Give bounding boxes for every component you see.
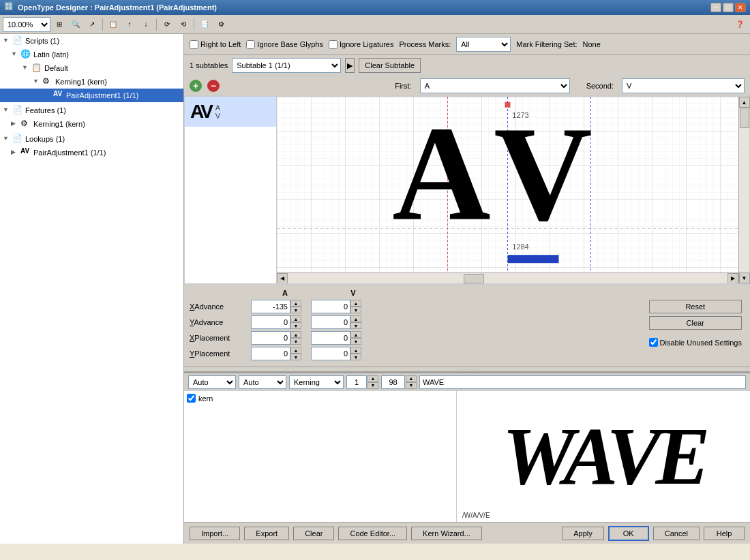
ignore-base-glyphs-option[interactable]: Ignore Base Glyphs <box>246 40 323 49</box>
xadvance-a-field[interactable] <box>251 300 290 313</box>
number-spin-up[interactable]: ▲ <box>368 375 378 382</box>
disable-unused-checkbox[interactable] <box>649 338 658 347</box>
number-input[interactable] <box>346 375 367 389</box>
kern-checkbox-item[interactable]: kern <box>187 394 453 403</box>
h-scroll-left[interactable]: ◀ <box>277 273 288 284</box>
yadvance-a-down[interactable]: ▼ <box>290 322 301 329</box>
xadvance-v-down[interactable]: ▼ <box>350 307 361 313</box>
disable-unused-option[interactable]: Disable Unused Settings <box>649 338 742 347</box>
v-scroll-thumb[interactable] <box>740 108 749 128</box>
pair-list-item[interactable]: AV A V <box>185 97 276 127</box>
ok-button[interactable]: OK <box>608 526 649 541</box>
toolbar-btn-1[interactable]: 📋 <box>106 17 121 32</box>
right-to-left-checkbox[interactable] <box>190 40 198 49</box>
yadvance-v-field[interactable] <box>311 315 350 329</box>
clear-values-button[interactable]: Clear <box>649 316 742 330</box>
zoom-fit-button[interactable]: ⊞ <box>52 17 67 32</box>
toolbar-btn-5[interactable]: ⟲ <box>176 17 191 32</box>
delete-pair-button[interactable]: − <box>207 80 220 92</box>
zoom-select[interactable]: 10.00% 25.00% 50.00% 100.00% <box>3 17 50 32</box>
cancel-button[interactable]: Cancel <box>653 527 700 540</box>
xplacement-a-down[interactable]: ▼ <box>290 338 301 345</box>
ignore-base-glyphs-checkbox[interactable] <box>246 40 255 49</box>
xplacement-a-field[interactable] <box>251 331 290 345</box>
yadvance-a-field[interactable] <box>251 315 290 329</box>
size-spin-up[interactable]: ▲ <box>406 375 417 382</box>
tree-scripts[interactable]: ▼ 📄 Scripts (1) <box>0 34 183 48</box>
yplacement-a-down[interactable]: ▼ <box>290 354 301 360</box>
kern-list: kern <box>184 391 457 522</box>
window-controls: ─ □ ✕ <box>710 3 746 12</box>
ignore-ligatures-option[interactable]: Ignore Ligatures <box>329 40 394 49</box>
process-marks-select[interactable]: All None <box>456 37 511 52</box>
toolbar-btn-6[interactable]: 📑 <box>197 17 212 32</box>
v-scroll-down[interactable]: ▼ <box>739 273 750 283</box>
minimize-button[interactable]: ─ <box>710 3 721 12</box>
xplacement-v-down[interactable]: ▼ <box>350 338 361 345</box>
canvas-container: AV A V <box>184 96 750 284</box>
xplacement-v-field[interactable] <box>311 331 350 345</box>
size-input[interactable] <box>381 375 405 389</box>
code-editor-button[interactable]: Code Editor... <box>338 527 407 540</box>
kerning-select[interactable]: Kerning <box>289 375 344 389</box>
toolbar-btn-3[interactable]: ↓ <box>138 17 153 32</box>
xadvance-a-up[interactable]: ▲ <box>290 300 301 307</box>
ignore-ligatures-checkbox[interactable] <box>329 40 338 49</box>
xadvance-v-up[interactable]: ▲ <box>350 300 361 307</box>
auto1-select[interactable]: Auto <box>188 375 236 389</box>
xplacement-v-up[interactable]: ▲ <box>350 331 361 338</box>
close-button[interactable]: ✕ <box>735 3 746 12</box>
first-glyph-select[interactable]: A <box>420 78 570 93</box>
maximize-button[interactable]: □ <box>723 3 734 12</box>
settings-button[interactable]: ⚙ <box>213 17 228 32</box>
tree-label-latin: Latin (latn) <box>33 50 69 59</box>
xadvance-v-field[interactable] <box>311 300 350 313</box>
tree-latin[interactable]: ▼ 🌐 Latin (latn) <box>0 48 183 61</box>
xadvance-a-down[interactable]: ▼ <box>290 307 301 313</box>
pointer-tool-button[interactable]: ↗ <box>85 17 100 32</box>
help-icon-button[interactable]: ❓ <box>732 17 747 32</box>
toolbar-btn-4[interactable]: ⟳ <box>160 17 175 32</box>
tree-pairadjustment1[interactable]: AV PairAdjustment1 (1/1) <box>0 89 183 102</box>
yplacement-v-down[interactable]: ▼ <box>350 354 361 360</box>
zoom-tool-button[interactable]: 🔍 <box>68 17 83 32</box>
tree-kerning1-scripts[interactable]: ▼ ⚙ Kerning1 (kern) <box>0 75 183 89</box>
h-scroll-right[interactable]: ▶ <box>728 273 738 284</box>
subtable-arrow-button[interactable]: ▶ <box>345 58 355 73</box>
clear-subtable-button[interactable]: Clear Subtable <box>359 58 421 73</box>
h-scroll-thumb[interactable] <box>464 274 484 283</box>
right-to-left-option[interactable]: Right to Left <box>190 40 241 49</box>
tree-features[interactable]: ▼ 📄 Features (1) <box>0 104 183 117</box>
xplacement-row: XPlacement ▲ ▼ <box>190 331 644 345</box>
add-pair-button[interactable]: + <box>190 80 202 92</box>
toolbar-btn-2[interactable]: ↑ <box>122 17 137 32</box>
number-spin-down[interactable]: ▼ <box>368 382 378 389</box>
clear-button[interactable]: Clear <box>293 527 334 540</box>
kern-wizard-button[interactable]: Kern Wizard... <box>411 527 482 540</box>
tree-default[interactable]: ▼ 📋 Default <box>0 61 183 75</box>
kern-checkbox[interactable] <box>187 394 196 403</box>
export-button[interactable]: Export <box>244 527 289 540</box>
tree-lookups[interactable]: ▼ 📄 Lookups (1) <box>0 132 183 146</box>
subtable-select[interactable]: Subtable 1 (1/1) <box>232 58 341 73</box>
yplacement-a-up[interactable]: ▲ <box>290 347 301 354</box>
second-glyph-select[interactable]: V <box>622 78 745 93</box>
yadvance-a-up[interactable]: ▲ <box>290 315 301 322</box>
size-spin-down[interactable]: ▼ <box>406 382 417 389</box>
yadvance-v-up[interactable]: ▲ <box>350 315 361 322</box>
auto2-select[interactable]: Auto <box>239 375 286 389</box>
xplacement-a-up[interactable]: ▲ <box>290 331 301 338</box>
import-button[interactable]: Import... <box>190 527 240 540</box>
tree-pairadjustment1-lookup[interactable]: ▶ AV PairAdjustment1 (1/1) <box>0 146 183 159</box>
apply-button[interactable]: Apply <box>562 527 604 540</box>
yplacement-a-field[interactable] <box>251 347 290 360</box>
resize-handle[interactable]: · · · · · <box>184 367 750 372</box>
yplacement-v-field[interactable] <box>311 347 350 360</box>
preview-text-input[interactable] <box>419 375 746 389</box>
yplacement-v-up[interactable]: ▲ <box>350 347 361 354</box>
help-button[interactable]: Help <box>704 527 745 540</box>
v-scroll-up[interactable]: ▲ <box>739 97 750 108</box>
reset-button[interactable]: Reset <box>649 300 742 313</box>
tree-kerning1-features[interactable]: ▶ ⚙ Kerning1 (kern) <box>0 117 183 131</box>
yadvance-v-down[interactable]: ▼ <box>350 322 361 329</box>
